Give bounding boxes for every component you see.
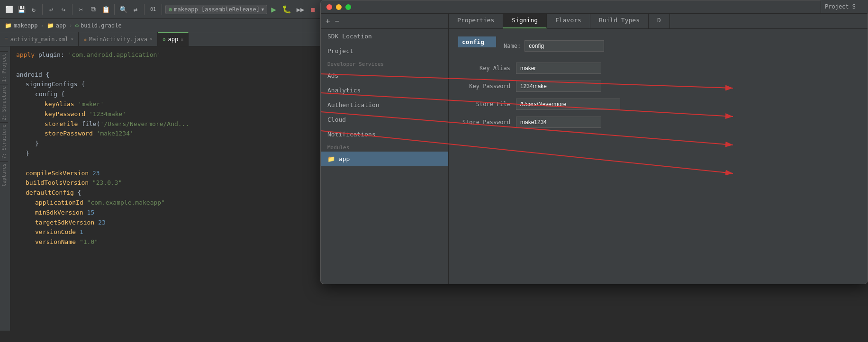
maximize-button[interactable] <box>345 4 351 10</box>
store-file-input[interactable] <box>516 99 620 110</box>
key-alias-label: Key Alias <box>458 65 510 72</box>
store-password-label: Store Password <box>458 119 510 126</box>
tab-app-gradle[interactable]: ⚙ app × <box>158 32 189 46</box>
debug2-icon[interactable]: ▶▶ <box>295 4 306 15</box>
find-icon[interactable]: 🔍 <box>118 4 128 15</box>
store-file-label: Store File <box>458 101 510 108</box>
dialog-nav: + − SDK Location Project Developer Servi… <box>321 14 449 284</box>
tab-close-xml[interactable]: × <box>71 36 73 42</box>
paste-icon[interactable]: 📋 <box>100 4 111 15</box>
tab-close-java[interactable]: × <box>150 36 153 42</box>
code-line-buildtools: buildToolsVersion "23.0.3" <box>16 178 327 188</box>
nav-developer-services-header: Developer Services <box>321 58 448 68</box>
gradle-file-icon: ⚙ <box>75 22 79 29</box>
java-icon: ☕ <box>83 36 87 42</box>
code-line-android: android { <box>16 70 327 80</box>
code-line-keyalias: keyAlias 'maker' <box>16 99 327 109</box>
gradle-icon: ⚙ <box>169 6 172 13</box>
name-input[interactable] <box>524 40 604 52</box>
redo-icon[interactable]: ↪ <box>58 4 69 15</box>
dialog-titlebar <box>321 0 868 14</box>
code-line-defaultconfig: defaultConfig { <box>16 188 327 198</box>
breadcrumb-app[interactable]: 📁 app <box>47 22 66 29</box>
dialog-tab-bar: Properties Signing Flavors Build Types D <box>449 14 868 29</box>
sep4 <box>144 4 145 15</box>
undo-icon[interactable]: ↩ <box>46 4 56 15</box>
key-alias-input[interactable] <box>516 63 601 74</box>
dialog-right-panel: Properties Signing Flavors Build Types D… <box>449 14 868 284</box>
code-line-keypwd: keyPassword '1234make' <box>16 109 327 119</box>
nav-authentication[interactable]: Authentication <box>321 98 448 112</box>
run-config-label: makeapp [assembleRelease] <box>174 6 260 13</box>
save-icon[interactable]: 💾 <box>16 4 27 15</box>
nav-ads[interactable]: Ads <box>321 68 448 83</box>
code-line-blank2 <box>16 159 327 169</box>
main-area: 1: Project 2: Structure 7: Structure Cap… <box>0 46 868 342</box>
side-panel: 1: Project 2: Structure 7: Structure Cap… <box>0 46 10 331</box>
editor-panel[interactable]: apply plugin: 'com.android.application' … <box>10 46 333 342</box>
nav-analytics[interactable]: Analytics <box>321 83 448 98</box>
sep1 <box>42 4 43 15</box>
code-line-minsdk: minSdkVersion 15 <box>16 208 327 218</box>
xml-icon: ≡ <box>5 36 8 42</box>
store-password-input[interactable] <box>516 117 601 128</box>
code-line-versionname: versionName "1.0" <box>16 237 327 247</box>
tab-main-activity[interactable]: ☕ MainActivity.java × <box>79 32 157 46</box>
signing-config-name[interactable]: config <box>458 36 496 47</box>
sync-icon[interactable]: ↻ <box>28 4 39 15</box>
tab-close-gradle[interactable]: × <box>181 37 183 42</box>
key-password-input[interactable] <box>516 81 601 92</box>
breadcrumb-sep1: › <box>41 22 44 29</box>
replace-icon[interactable]: ⇄ <box>130 4 141 15</box>
side-label-project[interactable]: 1: Project <box>0 51 8 84</box>
dialog-body: + − SDK Location Project Developer Servi… <box>321 14 868 284</box>
name-label: Name: <box>504 43 521 49</box>
close-button[interactable] <box>326 4 332 10</box>
store-file-field: Store File <box>458 99 858 110</box>
module-icon: 📁 <box>327 155 339 162</box>
code-line-storepwd: storePassword 'make1234' <box>16 129 327 139</box>
dialog-toolbar: + − <box>321 14 448 29</box>
new-file-icon[interactable]: ⬜ <box>4 4 14 15</box>
signing-panel: config Name: Key Alias Key Password <box>449 29 868 284</box>
code-line-signingconfigs: signingConfigs { <box>16 80 327 90</box>
run-button[interactable]: ▶ <box>269 4 278 14</box>
nav-app-module[interactable]: 📁 app <box>321 152 448 166</box>
stop-icon[interactable]: ■ <box>307 4 318 15</box>
sep2 <box>72 4 72 15</box>
side-label-structure[interactable]: 2: Structure <box>0 84 8 122</box>
nav-project[interactable]: Project <box>321 44 448 58</box>
folder-icon: 📁 <box>5 22 12 29</box>
tab-properties[interactable]: Properties <box>449 14 503 28</box>
tab-activity-main[interactable]: ≡ activity_main.xml × <box>0 32 79 46</box>
key-password-label: Key Password <box>458 83 510 90</box>
project-structure-label: Project S <box>821 0 868 13</box>
minimize-button[interactable] <box>336 4 342 10</box>
tab-build-types[interactable]: Build Types <box>590 14 649 28</box>
tab-signing[interactable]: Signing <box>503 14 547 28</box>
key-password-field: Key Password <box>458 81 858 92</box>
code-line-close-signing: } <box>16 149 327 159</box>
breadcrumb-buildgradle[interactable]: ⚙ build.gradle <box>75 22 122 29</box>
add-module-button[interactable]: + <box>326 17 330 26</box>
debug-button[interactable]: 🐛 <box>280 5 293 14</box>
tab-dependencies[interactable]: D <box>649 14 670 28</box>
nav-notifications[interactable]: Notifications <box>321 127 448 142</box>
remove-module-button[interactable]: − <box>335 17 340 26</box>
folder2-icon: 📁 <box>47 22 54 29</box>
code-line-compilesdk: compileSdkVersion 23 <box>16 169 327 179</box>
binary-icon[interactable]: 01 <box>148 4 158 15</box>
code-line-storefile: storeFile file('/Users/Nevermore/And... <box>16 119 327 129</box>
cut-icon[interactable]: ✂ <box>76 4 86 15</box>
run-configuration[interactable]: ⚙ makeapp [assembleRelease] ▼ <box>165 5 267 14</box>
nav-sdk-location[interactable]: SDK Location <box>321 29 448 44</box>
code-line-blank <box>16 60 327 70</box>
nav-cloud[interactable]: Cloud <box>321 112 448 127</box>
code-line-1: apply plugin: 'com.android.application' <box>16 50 327 60</box>
copy-icon[interactable]: ⧉ <box>88 4 99 15</box>
side-label-structure2[interactable]: 7: Structure <box>0 122 8 161</box>
store-password-field: Store Password <box>458 117 858 128</box>
breadcrumb-makeapp[interactable]: 📁 makeapp <box>5 22 38 29</box>
side-label-captures[interactable]: Captures <box>0 161 8 188</box>
tab-flavors[interactable]: Flavors <box>547 14 590 28</box>
